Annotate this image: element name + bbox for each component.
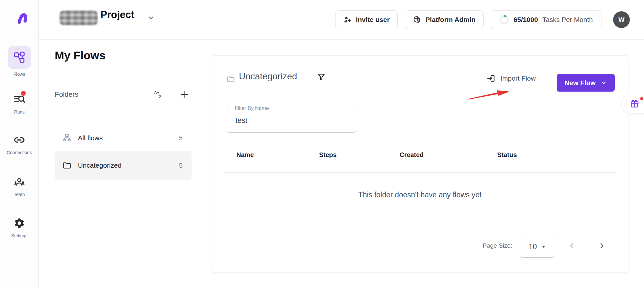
filter-funnel-icon[interactable] — [317, 73, 326, 81]
sitemap-icon — [62, 134, 71, 143]
chevron-down-icon — [601, 80, 607, 86]
sidebar-item-label: Flows — [14, 72, 25, 77]
team-icon-wrap — [8, 175, 31, 189]
whats-new-gift-tab[interactable] — [621, 94, 644, 114]
link-icon — [14, 134, 25, 146]
icon-sidebar: Flows Runs — [0, 0, 39, 287]
tasks-per-month-label: Tasks Per Month — [543, 16, 593, 24]
column-header-steps: Steps — [319, 151, 336, 159]
project-name-redacted — [60, 11, 98, 25]
chevron-down-icon[interactable] — [147, 14, 155, 21]
sort-az-icon: A Z — [154, 90, 163, 99]
chevron-left-icon — [568, 242, 576, 250]
folder-count: 5 — [179, 134, 183, 142]
table-header-divider — [224, 172, 616, 173]
folder-count: 5 — [179, 162, 183, 169]
new-flow-label: New Flow — [564, 79, 596, 87]
folders-header: Folders A Z — [55, 89, 192, 100]
sidebar-item-connections[interactable]: Connections — [0, 133, 39, 155]
column-header-created: Created — [400, 151, 423, 159]
folder-label: All flows — [78, 134, 103, 142]
settings-icon-wrap — [8, 216, 31, 230]
folder-outline-icon — [227, 75, 235, 84]
app-screen: Flows Runs — [0, 0, 644, 287]
runs-notification-dot — [21, 91, 26, 96]
page-size-label: Page Size: — [483, 242, 512, 249]
sidebar-item-flows[interactable]: Flows — [0, 46, 39, 77]
filter-by-name-input[interactable] — [235, 111, 345, 130]
panel-folder-title: Uncategorized — [239, 71, 297, 82]
filter-field-label: Filter By Name — [232, 105, 271, 111]
connections-icon-wrap — [8, 133, 31, 147]
sort-az-button[interactable]: A Z — [154, 90, 163, 99]
folder-label: Uncategorized — [78, 162, 121, 169]
import-flow-button[interactable]: Import Flow — [487, 74, 536, 83]
import-flow-label: Import Flow — [500, 74, 536, 82]
top-bar: Project Invite user — [39, 0, 644, 40]
activepieces-logo[interactable] — [16, 12, 29, 25]
tasks-progress-ring — [499, 15, 509, 25]
filter-by-name-field: Filter By Name — [227, 109, 356, 133]
sidebar-item-label: Runs — [14, 109, 25, 114]
user-avatar[interactable]: W — [613, 11, 630, 28]
import-icon — [487, 74, 496, 83]
project-switcher[interactable]: Project — [100, 9, 134, 21]
platform-admin-label: Platform Admin — [425, 16, 476, 24]
previous-page-button[interactable] — [566, 240, 577, 251]
plus-icon — [179, 90, 189, 99]
gift-icon — [630, 99, 639, 109]
folder-item-all-flows[interactable]: All flows 5 — [55, 128, 192, 148]
folder-item-uncategorized[interactable]: Uncategorized 5 — [55, 151, 192, 180]
sidebar-item-label: Settings — [11, 233, 28, 238]
sidebar-item-runs[interactable]: Runs — [0, 92, 39, 114]
top-bar-actions: Invite user Platform Admin — [335, 10, 630, 29]
svg-text:Z: Z — [159, 95, 161, 99]
new-flow-button[interactable]: New Flow — [557, 74, 615, 92]
caret-down-icon — [541, 244, 546, 249]
sidebar-item-label: Team — [14, 192, 25, 197]
add-folder-button[interactable] — [179, 90, 189, 99]
sidebar-item-label: Connections — [7, 150, 32, 155]
folder-icon — [62, 161, 71, 170]
column-header-name: Name — [236, 151, 254, 159]
invite-user-label: Invite user — [356, 16, 390, 24]
gift-icon-wrap — [630, 99, 639, 110]
empty-state-message: This folder doesn't have any flows yet — [211, 191, 629, 199]
next-page-button[interactable] — [596, 240, 607, 251]
team-icon — [14, 176, 25, 188]
column-header-status: Status — [497, 151, 517, 159]
runs-icon-wrap — [8, 92, 31, 106]
chevron-right-icon — [598, 242, 606, 250]
page-size-value: 10 — [529, 242, 537, 251]
annotation-arrow — [468, 90, 511, 100]
folders-heading: Folders — [55, 90, 78, 99]
sidebar-item-team[interactable]: Team — [0, 175, 39, 197]
globe-admin-icon — [413, 15, 421, 24]
flows-active-tile — [8, 46, 31, 69]
sidebar-item-settings[interactable]: Settings — [0, 216, 39, 238]
page-size-select[interactable]: 10 — [520, 236, 555, 258]
flows-panel-card: Uncategorized Import Flow New Flow — [211, 55, 629, 272]
brand-logo-icon — [16, 12, 29, 25]
tasks-count: 65/1000 — [514, 16, 538, 24]
invite-user-button[interactable]: Invite user — [335, 10, 398, 29]
gift-notification-dot — [640, 97, 643, 100]
gear-icon — [14, 217, 25, 229]
page-title: My Flows — [55, 49, 106, 62]
user-plus-icon — [343, 15, 352, 24]
svg-text:A: A — [154, 91, 157, 95]
tasks-usage-pill[interactable]: 65/1000 Tasks Per Month — [491, 10, 601, 29]
platform-admin-button[interactable]: Platform Admin — [405, 10, 484, 29]
workflow-icon — [14, 52, 25, 63]
